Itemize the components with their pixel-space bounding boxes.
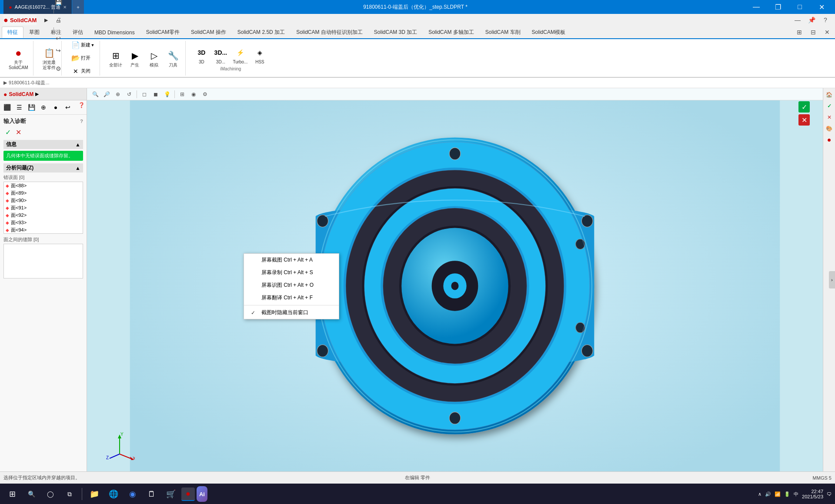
- face-item-93[interactable]: ◆ 面<93>: [4, 219, 83, 226]
- diagnosis-help-icon[interactable]: ?: [80, 119, 83, 124]
- systray-battery[interactable]: 🔋: [784, 491, 790, 497]
- panel-nav-5[interactable]: ●: [50, 102, 61, 113]
- turbo-btn[interactable]: ⚡ Turbo...: [231, 45, 249, 66]
- face-item-92[interactable]: ◆ 面<92>: [4, 212, 83, 219]
- systray-expand[interactable]: ∧: [758, 491, 762, 497]
- tab-solidcam-auto[interactable]: SolidCAM 自动特征识别加工: [291, 27, 368, 38]
- vp-view-btn[interactable]: ◼: [151, 90, 160, 99]
- right-btn-home[interactable]: 🏠: [825, 90, 834, 99]
- hss-btn[interactable]: ◈ HSS: [251, 45, 268, 66]
- browse-recent-btn[interactable]: 📋 浏览最 近零件: [40, 45, 58, 71]
- cancel-action-btn[interactable]: ✕: [14, 128, 23, 136]
- viewport[interactable]: 🔍 🔎 ⊕ ↺ ◻ ◼ 💡 ⊞ ◉ ⚙: [87, 88, 823, 471]
- search-btn[interactable]: 🔍: [23, 485, 40, 503]
- help-btn[interactable]: ?: [819, 14, 832, 26]
- panel-nav-6[interactable]: ↩: [63, 102, 73, 113]
- maximize-btn[interactable]: □: [790, 0, 810, 14]
- ribbon-close-btn[interactable]: ✕: [821, 26, 833, 38]
- edge-btn[interactable]: 🌐: [105, 485, 122, 503]
- browse-icon: 📋: [42, 46, 56, 60]
- close-btn[interactable]: ✕: [812, 0, 832, 14]
- clock[interactable]: 22:47 2021/5/23: [802, 489, 823, 499]
- panel-nav-3[interactable]: 💾: [26, 102, 37, 113]
- simulate-btn[interactable]: ▷ 模拟: [145, 48, 163, 69]
- close-btn2[interactable]: ✕ 关闭: [69, 65, 96, 77]
- vp-zoom-btn[interactable]: 🔍: [90, 90, 100, 99]
- notes-btn[interactable]: 🗒: [143, 485, 160, 503]
- viewport-cancel-btn[interactable]: ✕: [798, 114, 810, 126]
- tab-mbd[interactable]: MBD Dimensions: [89, 27, 140, 37]
- face-item-94[interactable]: ◆ 面<94>: [4, 226, 83, 234]
- ctx-ocr[interactable]: 屏幕识图 Ctrl + Alt + O: [244, 279, 339, 292]
- file-explorer-btn[interactable]: 📁: [86, 485, 103, 503]
- face-item-90[interactable]: ◆ 面<90>: [4, 197, 83, 204]
- tool-btn[interactable]: 🔧 刀具: [164, 48, 182, 69]
- vp-scene-btn[interactable]: ⚙: [200, 90, 210, 99]
- solidcam-taskbar-btn[interactable]: ●: [181, 487, 195, 501]
- 3d-view-btn[interactable]: 3D... 3D...: [212, 45, 229, 66]
- panel-pin-btn[interactable]: 📌: [805, 14, 818, 26]
- ctx-hide-window[interactable]: ✓ 截图时隐藏当前窗口: [244, 306, 339, 319]
- tab-solidcam-ops[interactable]: SolidCAM 操作: [185, 27, 232, 38]
- tab-sketch[interactable]: 草图: [23, 27, 45, 38]
- ribbon-layout-btn2[interactable]: ⊟: [807, 26, 819, 38]
- confirm-action-btn[interactable]: ✓: [3, 128, 12, 136]
- panel-nav-1[interactable]: ⬛: [2, 102, 12, 113]
- right-btn-palette[interactable]: 🎨: [825, 124, 834, 133]
- cortana-btn[interactable]: ◯: [42, 485, 59, 503]
- ctx-translate[interactable]: 屏幕翻译 Ctrl + Alt + F: [244, 292, 339, 304]
- systray-network[interactable]: 📶: [775, 491, 781, 497]
- tab-solidcam-turn[interactable]: SolidCAM 车削: [480, 27, 526, 38]
- notification-btn[interactable]: 🗨: [827, 491, 832, 497]
- full-view-btn[interactable]: ⊞ 全部计: [107, 48, 124, 69]
- panel-nav-2[interactable]: ☰: [14, 102, 24, 113]
- store-btn[interactable]: 🛒: [162, 485, 180, 503]
- chrome-btn[interactable]: ◉: [124, 485, 141, 503]
- ctx-screenshot[interactable]: 屏幕截图 Ctrl + Alt + A: [244, 254, 339, 266]
- menu-file[interactable]: ▶: [41, 17, 51, 24]
- face-item-91[interactable]: ◆ 面<91>: [4, 204, 83, 212]
- start-btn[interactable]: ⊞: [3, 485, 21, 503]
- tab-annotation[interactable]: 标注: [45, 27, 67, 38]
- tab-features[interactable]: 特征: [2, 27, 23, 38]
- print-btn[interactable]: 🖨: [52, 14, 64, 26]
- about-solidcam-btn[interactable]: ● 关于 SolidCAM: [7, 45, 30, 71]
- panel-question[interactable]: ❓: [78, 102, 85, 113]
- tab-solidcam-parts[interactable]: SolidCAM零件: [140, 27, 185, 38]
- collapse-ribbon-btn[interactable]: —: [792, 14, 804, 26]
- ai-btn[interactable]: Ai: [197, 486, 207, 502]
- right-btn-settings[interactable]: ●: [825, 135, 834, 145]
- panel-nav-4[interactable]: ⊕: [38, 102, 49, 113]
- ribbon-layout-btn[interactable]: ⊞: [793, 26, 805, 38]
- vp-light-btn[interactable]: 💡: [162, 90, 172, 99]
- new-btn[interactable]: 📄 新建 ▼: [69, 39, 96, 51]
- systray-lang[interactable]: 中: [794, 491, 798, 497]
- right-btn-confirm[interactable]: ✓: [825, 101, 834, 111]
- tab-solidcam-multi[interactable]: SolidCAM 多轴加工: [423, 27, 480, 38]
- vp-zoom-fit-btn[interactable]: ⊕: [113, 90, 123, 99]
- tab-solidcam-template[interactable]: SolidCAM模板: [526, 27, 571, 38]
- vp-zoom-area-btn[interactable]: 🔎: [102, 90, 111, 99]
- face-item-89[interactable]: ◆ 面<89>: [4, 189, 83, 197]
- vp-orient-btn[interactable]: ⊞: [177, 90, 187, 99]
- analysis-section-header[interactable]: 分析问题(Z) ▲: [3, 163, 83, 172]
- viewport-confirm-btn[interactable]: ✓: [798, 101, 810, 113]
- vp-rotate-btn[interactable]: ↺: [124, 90, 134, 99]
- 3d-btn[interactable]: 3D 3D: [193, 45, 210, 66]
- open-btn2[interactable]: 📂 打开: [69, 52, 96, 64]
- systray-volume[interactable]: 🔊: [765, 491, 771, 497]
- tab-solidcam-25d[interactable]: SolidCAM 2.5D 加工: [232, 27, 291, 38]
- ctx-record[interactable]: 屏幕录制 Ctrl + Alt + S: [244, 266, 339, 279]
- face-item-88[interactable]: ◆ 面<88>: [4, 182, 83, 189]
- right-panel-expand-btn[interactable]: ›: [829, 271, 835, 288]
- info-section-header[interactable]: 信息 ▲: [3, 140, 83, 149]
- generate-btn[interactable]: ▶ 产生: [126, 48, 144, 69]
- vp-display-btn[interactable]: ◉: [189, 90, 198, 99]
- vp-select-btn[interactable]: ◻: [140, 90, 149, 99]
- left-panel-dropdown[interactable]: ▶: [35, 91, 39, 97]
- title-tab-1-close[interactable]: ✕: [63, 5, 67, 10]
- task-view-btn[interactable]: ⧉: [61, 485, 78, 503]
- tab-solidcam-3d[interactable]: SolidCAM 3D 加工: [368, 27, 423, 38]
- right-btn-cancel[interactable]: ✕: [825, 113, 834, 122]
- tab-evaluate[interactable]: 评估: [67, 27, 89, 38]
